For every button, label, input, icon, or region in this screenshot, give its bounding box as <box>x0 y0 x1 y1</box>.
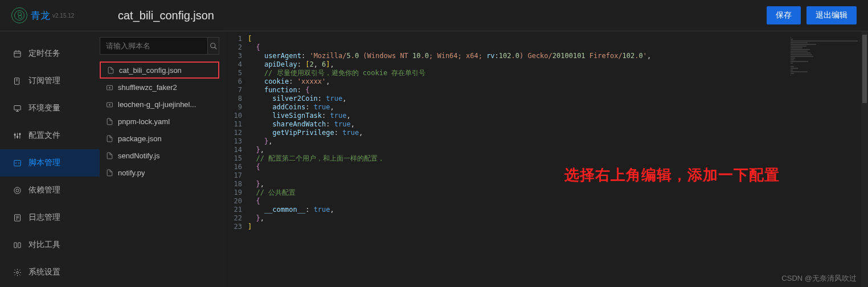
code-editor[interactable]: 1234567891011121314151617181920212223 [ … <box>225 31 868 287</box>
sidebar-item-6[interactable]: 日志管理 <box>0 204 100 231</box>
file-label: cat_bili_config.json <box>119 66 182 75</box>
search-button[interactable] <box>208 37 219 55</box>
file-list: cat_bili_config.jsonshufflewzc_faker2leo… <box>100 62 219 181</box>
sidebar-item-label: 订阅管理 <box>28 76 60 86</box>
log-icon <box>13 214 22 222</box>
header-actions: 保存 退出编辑 <box>767 6 857 24</box>
gear-icon <box>13 268 22 277</box>
bookmark-icon <box>13 77 22 85</box>
page-title: cat_bili_config.json <box>118 9 214 22</box>
svg-point-12 <box>17 136 18 138</box>
svg-rect-4 <box>14 77 19 84</box>
exit-edit-button[interactable]: 退出编辑 <box>806 6 857 24</box>
file-icon <box>104 152 114 159</box>
brand-name: 青龙 <box>31 9 50 22</box>
minimap[interactable] <box>787 31 861 287</box>
svg-point-13 <box>19 133 21 135</box>
logo-section: 青龙 v2.15.12 <box>11 7 105 23</box>
annotation-overlay: 选择右上角编辑，添加一下配置 <box>564 165 780 185</box>
sidebar-item-2[interactable]: 环境变量 <box>0 95 100 122</box>
sidebar-item-4[interactable]: 脚本管理 <box>0 149 100 177</box>
sidebar-item-label: 系统设置 <box>28 267 60 277</box>
file-icon <box>104 169 114 177</box>
package-icon <box>13 186 22 195</box>
sidebar-item-7[interactable]: 对比工具 <box>0 231 100 259</box>
svg-point-11 <box>14 134 15 136</box>
file-icon <box>105 67 116 74</box>
save-button[interactable]: 保存 <box>767 6 801 24</box>
search-box <box>100 37 219 55</box>
search-icon <box>210 42 218 50</box>
sliders-icon <box>13 132 22 140</box>
file-item[interactable]: package.json <box>100 130 219 147</box>
svg-rect-14 <box>14 160 20 166</box>
sidebar: 定时任务订阅管理环境变量配置文件脚本管理依赖管理日志管理对比工具系统设置 <box>0 31 100 287</box>
search-input[interactable] <box>100 37 208 55</box>
monitor-icon <box>13 104 22 113</box>
sidebar-item-0[interactable]: 定时任务 <box>0 40 100 67</box>
sidebar-item-label: 配置文件 <box>28 130 60 141</box>
scrollbar-vertical[interactable] <box>861 31 868 287</box>
clock-icon <box>13 50 22 58</box>
sidebar-item-label: 环境变量 <box>28 103 60 113</box>
file-label: package.json <box>118 134 162 143</box>
diff-icon <box>13 241 22 249</box>
logo-icon <box>11 7 27 23</box>
file-item[interactable]: pnpm-lock.yaml <box>100 113 219 130</box>
file-item[interactable]: cat_bili_config.json <box>100 62 219 79</box>
file-item[interactable]: leochen-g_ql-juejinhel... <box>100 96 219 113</box>
svg-point-15 <box>14 187 20 193</box>
file-panel: cat_bili_config.jsonshufflewzc_faker2leo… <box>100 31 219 287</box>
file-label: leochen-g_ql-juejinhel... <box>118 100 196 109</box>
svg-point-24 <box>210 43 215 47</box>
file-label: pnpm-lock.yaml <box>118 117 170 126</box>
folder-icon <box>104 84 114 91</box>
file-label: shufflewzc_faker2 <box>118 83 177 92</box>
file-item[interactable]: sendNotify.js <box>100 147 219 164</box>
folder-icon <box>104 101 114 108</box>
file-label: sendNotify.js <box>118 151 159 160</box>
svg-rect-0 <box>14 51 20 57</box>
file-item[interactable]: shufflewzc_faker2 <box>100 79 219 96</box>
header: 青龙 v2.15.12 cat_bili_config.json 保存 退出编辑 <box>0 0 868 31</box>
file-item[interactable]: notify.py <box>100 164 219 181</box>
sidebar-item-5[interactable]: 依赖管理 <box>0 177 100 204</box>
svg-rect-5 <box>14 105 20 110</box>
file-label: notify.py <box>118 169 145 177</box>
version-label: v2.15.12 <box>52 13 74 19</box>
file-icon <box>104 118 114 125</box>
line-gutter: 1234567891011121314151617181920212223 <box>225 31 248 287</box>
svg-rect-22 <box>18 243 20 248</box>
sidebar-item-label: 脚本管理 <box>28 158 60 168</box>
watermark: CSDN @无奈清风吹过 <box>781 273 857 284</box>
svg-point-23 <box>16 271 18 273</box>
code-icon <box>13 159 22 167</box>
svg-rect-21 <box>14 243 16 248</box>
sidebar-item-3[interactable]: 配置文件 <box>0 122 100 149</box>
sidebar-item-label: 定时任务 <box>28 48 60 59</box>
sidebar-item-1[interactable]: 订阅管理 <box>0 67 100 95</box>
code-content[interactable]: [ { userAgent: 'Mozilla/5.0 (Windows NT … <box>248 31 787 287</box>
sidebar-item-label: 日志管理 <box>28 212 60 223</box>
file-icon <box>104 135 114 142</box>
sidebar-item-label: 对比工具 <box>28 240 60 250</box>
svg-point-16 <box>16 189 19 192</box>
sidebar-item-label: 依赖管理 <box>28 185 60 195</box>
scroll-thumb[interactable] <box>862 35 867 103</box>
sidebar-item-8[interactable]: 系统设置 <box>0 259 100 286</box>
svg-line-25 <box>214 47 216 49</box>
